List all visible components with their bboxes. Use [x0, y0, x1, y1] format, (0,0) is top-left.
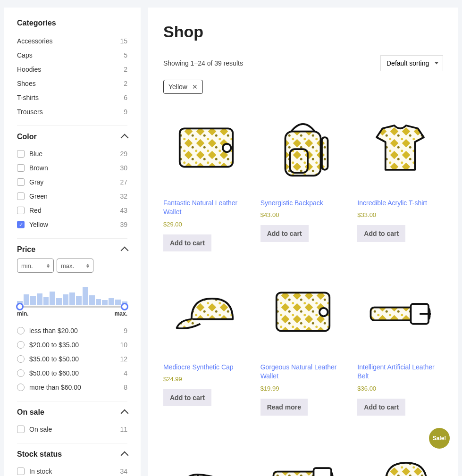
divider	[17, 401, 127, 401]
radio-icon	[17, 341, 25, 349]
product-image[interactable]	[163, 270, 249, 356]
stepper-icon	[86, 264, 89, 268]
price-range-count: 9	[124, 327, 127, 334]
product-title[interactable]: Gorgeous Natural Leather Wallet	[260, 363, 346, 381]
color-checkbox[interactable]: Blue	[17, 150, 42, 158]
product-image[interactable]	[357, 106, 443, 192]
price-range-radio[interactable]: $20.00 to $35.00	[17, 341, 79, 349]
price-min-input[interactable]: min.	[17, 259, 54, 273]
radio-icon	[17, 327, 25, 334]
onsale-header[interactable]: On sale	[17, 408, 127, 417]
product-image[interactable]	[260, 434, 346, 476]
price-range-radio[interactable]: less than $20.00	[17, 327, 78, 334]
product-title[interactable]: Mediocre Synthetic Cap	[163, 363, 249, 372]
onsale-count: 11	[120, 426, 127, 433]
add-to-cart-button[interactable]: Add to cart	[357, 399, 405, 416]
add-to-cart-button[interactable]: Add to cart	[163, 234, 211, 251]
product-image[interactable]	[163, 106, 249, 192]
product-card: Gorgeous Natural Leather Wallet $19.99 R…	[260, 270, 346, 416]
sort-select[interactable]: Default sorting	[380, 55, 443, 71]
price-range-count: 8	[124, 384, 127, 391]
category-item[interactable]: Caps5	[17, 48, 127, 62]
active-filter-chip[interactable]: Yellow ✕	[163, 80, 203, 94]
color-label: Blue	[29, 150, 42, 158]
price-range-label: $20.00 to $35.00	[29, 341, 79, 349]
price-range-label: $50.00 to $60.00	[29, 369, 79, 377]
divider	[17, 125, 127, 126]
checkbox-icon	[17, 207, 25, 214]
product-card	[260, 434, 346, 476]
color-count: 30	[120, 164, 127, 172]
checkbox-icon	[17, 150, 25, 158]
price-range-radio[interactable]: more than $60.00	[17, 384, 81, 391]
product-title[interactable]: Incredible Acrylic T-shirt	[357, 199, 443, 208]
active-filter-label: Yellow	[168, 83, 187, 91]
add-to-cart-button[interactable]: Add to cart	[260, 225, 309, 242]
price-range-radio[interactable]: $35.00 to $50.00	[17, 355, 79, 363]
product-card: Fantastic Natural Leather Wallet $29.00 …	[163, 106, 249, 251]
category-label: Shoes	[17, 80, 36, 87]
price-range-count: 4	[124, 369, 127, 377]
add-to-cart-button[interactable]: Read more	[260, 399, 308, 416]
slider-handle-max[interactable]	[121, 303, 128, 310]
add-to-cart-button[interactable]: Add to cart	[163, 389, 211, 406]
color-header[interactable]: Color	[17, 133, 127, 141]
add-to-cart-button[interactable]: Add to cart	[357, 225, 405, 242]
category-count: 2	[124, 80, 127, 87]
category-item[interactable]: Shoes2	[17, 76, 127, 91]
color-title: Color	[17, 133, 37, 141]
category-count: 9	[124, 108, 127, 116]
category-item[interactable]: Hoodies2	[17, 62, 127, 76]
color-list: Blue 29 Brown 30 Gray 27 Green 32 Red 43…	[17, 147, 127, 232]
product-card	[163, 434, 249, 476]
product-card: Intelligent Artificial Leather Belt $36.…	[357, 270, 443, 416]
price-range-label: $35.00 to $50.00	[29, 355, 79, 363]
color-count: 32	[120, 192, 127, 200]
color-label: Red	[29, 207, 42, 214]
checkbox-icon	[17, 164, 25, 172]
category-count: 15	[120, 37, 127, 45]
product-image[interactable]	[260, 106, 346, 192]
categories-list: Accessories15Caps5Hoodies2Shoes2T-shirts…	[17, 34, 127, 119]
checkbox-icon: ✓	[17, 221, 25, 228]
product-title[interactable]: Synergistic Backpack	[260, 199, 346, 208]
category-label: Caps	[17, 51, 33, 59]
price-slider[interactable]	[17, 306, 127, 308]
instock-checkbox[interactable]: In stock	[17, 468, 52, 475]
product-price: $24.99	[163, 376, 249, 383]
product-image[interactable]	[260, 270, 346, 356]
onsale-checkbox[interactable]: On sale	[17, 426, 52, 433]
divider	[17, 443, 127, 443]
price-max-input[interactable]: max.	[57, 259, 93, 273]
color-checkbox[interactable]: ✓ Yellow	[17, 221, 48, 228]
stock-header[interactable]: Stock status	[17, 450, 127, 459]
product-price: $19.99	[260, 385, 346, 392]
price-histogram	[17, 286, 127, 305]
chevron-up-icon	[121, 247, 129, 255]
price-ranges-list: less than $20.00 9 $20.00 to $35.00 10 $…	[17, 324, 127, 394]
product-title[interactable]: Intelligent Artificial Leather Belt	[357, 363, 443, 381]
checkbox-icon	[17, 426, 25, 433]
color-checkbox[interactable]: Brown	[17, 164, 48, 172]
color-checkbox[interactable]: Green	[17, 192, 48, 200]
price-range-label: more than $60.00	[29, 384, 81, 391]
category-label: T-shirts	[17, 94, 39, 101]
category-item[interactable]: Accessories15	[17, 34, 127, 48]
color-checkbox[interactable]: Red	[17, 207, 42, 214]
product-title[interactable]: Fantastic Natural Leather Wallet	[163, 199, 249, 217]
checkbox-icon	[17, 192, 25, 200]
slider-max-label: max.	[115, 310, 127, 317]
slider-min-label: min.	[17, 310, 29, 317]
category-count: 6	[124, 94, 127, 101]
color-checkbox[interactable]: Gray	[17, 178, 43, 186]
radio-icon	[17, 369, 25, 377]
price-range-radio[interactable]: $50.00 to $60.00	[17, 369, 79, 377]
product-image[interactable]	[357, 270, 443, 356]
slider-handle-min[interactable]	[16, 303, 24, 310]
category-item[interactable]: T-shirts6	[17, 91, 127, 105]
chevron-up-icon	[121, 409, 129, 418]
product-image[interactable]	[163, 434, 249, 476]
price-header[interactable]: Price	[17, 245, 127, 254]
category-item[interactable]: Trousers9	[17, 105, 127, 119]
svg-rect-11	[290, 149, 308, 173]
